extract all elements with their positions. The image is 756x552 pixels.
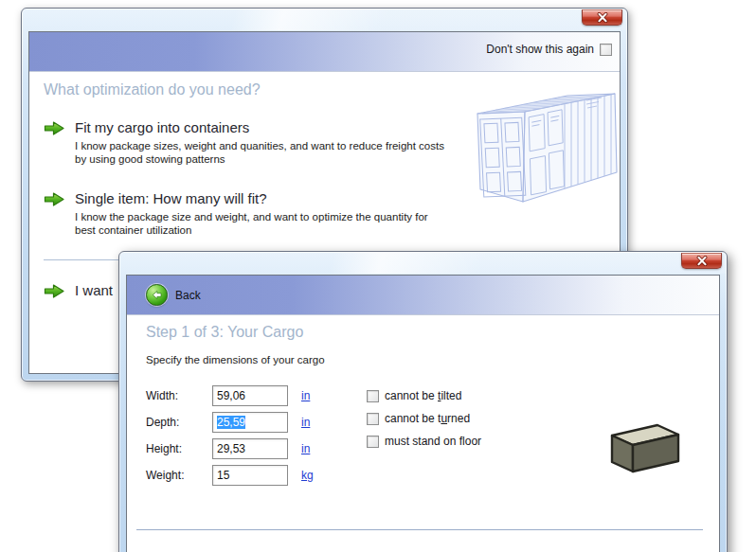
height-unit-link[interactable]: in (301, 442, 310, 455)
step-title: Step 1 of 3: Your Cargo (146, 324, 303, 341)
constraint-label: must stand on floor (385, 435, 481, 448)
footer-divider (136, 529, 703, 530)
close-button[interactable] (681, 253, 722, 269)
back-label: Back (175, 289, 201, 302)
cargo-window: Back Step 1 of 3: Your Cargo Specify the… (118, 251, 728, 552)
cannot-turn-checkbox[interactable] (367, 413, 379, 425)
page-title: What optimization do you need? (44, 81, 261, 98)
height-input[interactable] (212, 438, 288, 459)
cargo-box-icon (608, 417, 682, 475)
option-title: Single item: How many will fit? (75, 190, 468, 206)
depth-label: Depth: (146, 416, 179, 429)
weight-input[interactable] (212, 465, 288, 486)
option-desc-line: I know package sizes, weight and quaniti… (75, 139, 468, 152)
cannot-tilt-checkbox[interactable] (367, 390, 379, 402)
selected-text: 25,59 (217, 416, 245, 429)
option-title: Fit my cargo into containers (75, 119, 468, 135)
weight-label: Weight: (146, 469, 184, 482)
step-instruction: Specify the dimensions of your cargo (146, 354, 325, 365)
cargo-window-content: Back Step 1 of 3: Your Cargo Specify the… (126, 275, 720, 552)
weight-unit-link[interactable]: kg (301, 469, 314, 482)
depth-unit-link[interactable]: in (301, 416, 310, 429)
constraint-stand-on-floor: must stand on floor (367, 435, 481, 448)
shipping-container-icon (473, 87, 620, 212)
option-fit-cargo[interactable]: Fit my cargo into containers I know pack… (44, 119, 468, 166)
constraint-label: cannot be turned (385, 412, 470, 425)
height-label: Height: (146, 442, 182, 455)
green-arrow-icon (44, 283, 65, 299)
constraint-cannot-tilt: cannot be tilted (367, 389, 461, 402)
constraint-cannot-turn: cannot be turned (367, 412, 470, 425)
optimization-header-band: Don't show this again (29, 32, 620, 72)
width-label: Width: (146, 389, 178, 402)
green-arrow-icon (44, 120, 65, 136)
back-button[interactable]: Back (146, 284, 201, 306)
green-arrow-icon (44, 191, 65, 207)
stand-on-floor-checkbox[interactable] (367, 436, 379, 448)
close-icon (695, 256, 709, 266)
option-desc-line: by using good stowing patterns (75, 152, 468, 166)
option-desc-line: I know the package size and weight, and … (75, 210, 468, 223)
close-button[interactable] (582, 9, 622, 26)
dont-show-label: Don't show this again (486, 43, 594, 56)
cargo-window-titlebar[interactable] (119, 252, 727, 274)
constraint-label: cannot be tilted (385, 389, 461, 402)
depth-input[interactable]: 25,59 (212, 412, 288, 433)
option-single-item[interactable]: Single item: How many will fit? I know t… (44, 190, 468, 237)
close-icon (596, 12, 609, 23)
optimization-window-titlebar[interactable] (22, 9, 627, 30)
option-desc-line: best container utilization (75, 223, 468, 237)
width-input[interactable] (212, 385, 288, 406)
dont-show-checkbox[interactable] (600, 44, 612, 56)
cargo-header-band: Back (127, 276, 719, 315)
back-arrow-icon (146, 284, 168, 306)
width-unit-link[interactable]: in (301, 389, 310, 402)
